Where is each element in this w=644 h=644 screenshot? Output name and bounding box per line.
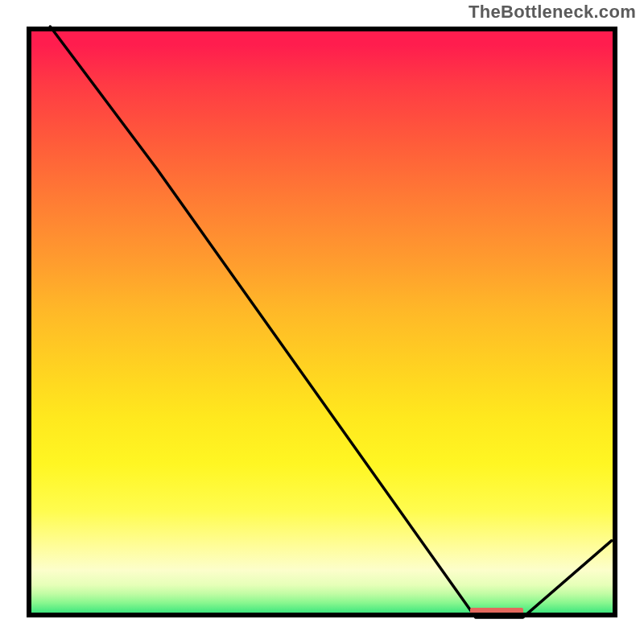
plot-area [27,27,617,617]
optimal-range-marker [470,608,523,616]
bottleneck-curve [27,27,617,617]
chart-stage: TheBottleneck.com [0,0,644,644]
watermark-text: TheBottleneck.com [469,2,636,23]
